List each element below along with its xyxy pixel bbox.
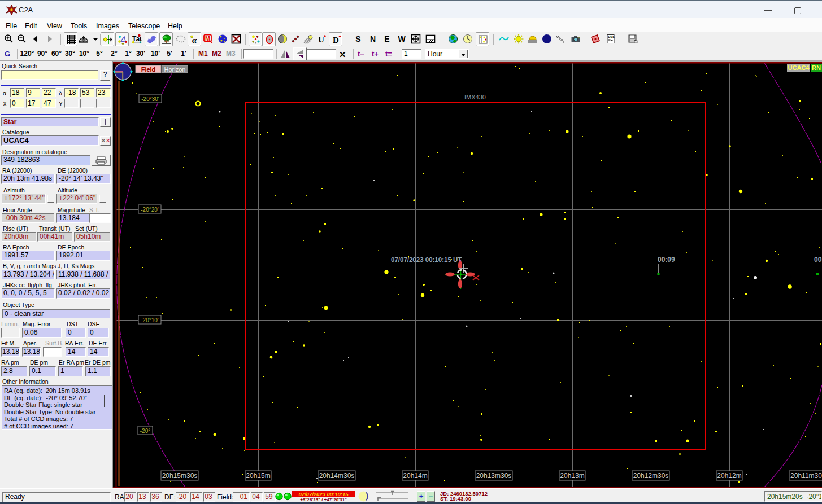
svg-text:N: N (370, 34, 376, 43)
svg-text:IMX430: IMX430 (464, 94, 486, 100)
svg-text:Field: Field (141, 66, 156, 73)
svg-text:W: W (398, 34, 406, 43)
svg-text:U: U (318, 35, 324, 44)
svg-text:20h12m30s: 20h12m30s (633, 472, 669, 480)
svg-text:-20°30': -20°30' (141, 96, 159, 102)
svg-text:20h14m: 20h14m (403, 472, 427, 480)
svg-text:E: E (384, 34, 389, 43)
svg-text:20h15m30s: 20h15m30s (162, 472, 198, 480)
svg-text:00:09: 00:09 (658, 256, 675, 264)
svg-text:DSS: DSS (608, 35, 615, 38)
svg-text:Horizon: Horizon (164, 66, 186, 73)
svg-text:20h13m30s: 20h13m30s (476, 472, 512, 480)
svg-text:M: M (205, 35, 210, 42)
svg-text:20h15m: 20h15m (246, 472, 270, 480)
svg-text:07/07/2023 00:10:15 UT: 07/07/2023 00:10:15 UT (391, 256, 462, 263)
svg-text:-20°20': -20°20' (141, 207, 159, 213)
svg-text:RN: RN (812, 64, 821, 71)
svg-text:S: S (355, 34, 360, 43)
svg-text:UCAC4: UCAC4 (788, 64, 810, 71)
svg-text:00: 00 (814, 256, 822, 264)
svg-text:20h11m30s: 20h11m30s (790, 472, 822, 480)
svg-text:-20°10': -20°10' (141, 317, 159, 323)
svg-text:D: D (333, 36, 339, 45)
svg-text:20h12m: 20h12m (717, 472, 741, 480)
svg-text:20h14m30s: 20h14m30s (319, 472, 355, 480)
svg-text:20h13m: 20h13m (560, 472, 584, 480)
svg-text:-20°: -20° (140, 428, 150, 434)
